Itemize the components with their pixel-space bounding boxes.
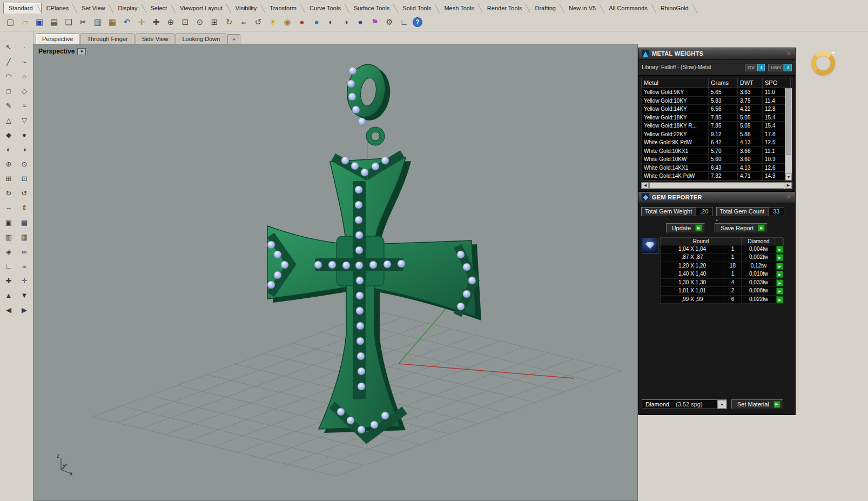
plane-tool-icon[interactable]: △ — [2, 113, 16, 127]
shaded-viewport-icon[interactable]: ◐ — [325, 16, 337, 28]
scrollbar-thumb[interactable] — [649, 183, 784, 189]
menu-item[interactable]: Set View — [77, 3, 113, 14]
save-report-button[interactable]: Save Report ▶ — [715, 223, 768, 233]
scroll-down-icon[interactable]: ▼ — [785, 173, 792, 181]
gem-row-apply-button[interactable]: ▶ — [776, 246, 783, 253]
pan-hand-icon[interactable]: ✛ — [136, 16, 147, 28]
vertical-scrollbar[interactable]: ▼ — [785, 88, 792, 181]
menu-item[interactable]: Curve Tools — [305, 3, 349, 14]
zoom-extents-icon[interactable]: ⊞ — [208, 16, 220, 28]
viewport[interactable]: z y x Perspective ▼ — [33, 44, 638, 501]
options-gear-icon[interactable]: ⚙ — [383, 16, 395, 28]
scroll-right-icon[interactable]: ▶ — [785, 183, 792, 189]
metal-row[interactable]: Yellow Gold:9KY 5.65 3.63 11.0 — [642, 88, 785, 97]
gem-row[interactable]: 1,40 X 1,40 1 0,010tw ▶ — [661, 270, 783, 279]
layer-tool-icon[interactable]: ▥ — [2, 230, 16, 244]
metal-row[interactable]: White Gold:10KX1 5.70 3.66 11.1 — [642, 147, 785, 156]
metal-row[interactable]: Yellow Gold:22KY 9.12 5.86 17.8 — [642, 130, 785, 139]
set-material-button[interactable]: Set Material ▶ — [731, 399, 783, 409]
user-toggle[interactable]: User I — [768, 64, 792, 71]
grid-tool-icon[interactable]: ▦ — [17, 230, 31, 244]
menu-item[interactable]: Drafting — [530, 3, 564, 14]
gem-row[interactable]: 1,01 X 1,01 2 0,008tw ▶ — [661, 287, 783, 296]
boolean-union-tool-icon[interactable]: ⊕ — [2, 157, 16, 171]
torus-tool-icon[interactable]: ∞ — [17, 244, 31, 258]
select-tool-icon[interactable]: ↖ — [2, 40, 16, 54]
scroll-left-icon[interactable]: ◀ — [642, 183, 649, 189]
metal-row[interactable]: Yellow Gold:10KY 5.83 3.75 11.4 — [642, 97, 785, 105]
menu-item[interactable]: Surface Tools — [349, 3, 398, 14]
offset-right-tool-icon[interactable]: ▶ — [17, 303, 31, 317]
rectangle-tool-icon[interactable]: □ — [2, 84, 16, 98]
open-file-icon[interactable]: ▱ — [19, 16, 31, 28]
scrollbar-thumb[interactable] — [786, 88, 791, 155]
cplane-icon[interactable]: ∟ — [398, 16, 410, 28]
chevron-down-icon[interactable]: ▼ — [717, 400, 726, 409]
extrude-up-tool-icon[interactable]: ▲ — [2, 288, 16, 302]
render-sphere-icon[interactable]: ● — [311, 16, 322, 28]
horizontal-scrollbar[interactable]: ◀ ▶ — [641, 182, 792, 189]
cplane-tool-icon[interactable]: ∟ — [2, 259, 16, 273]
copy-icon[interactable]: ▥ — [92, 16, 104, 28]
gem-row[interactable]: 1,30 X 1,30 4 0,033tw ▶ — [661, 279, 783, 288]
menu-item[interactable]: CPlanes — [42, 3, 77, 14]
gem-row-apply-button[interactable]: ▶ — [776, 279, 783, 286]
ghosted-viewport-icon[interactable]: ◑ — [340, 16, 352, 28]
viewport-title-menu[interactable]: Perspective ▼ — [38, 48, 86, 55]
paste-icon[interactable]: ▦ — [106, 16, 118, 28]
pan-view-icon[interactable]: ⇔ — [238, 16, 250, 28]
menu-item[interactable]: Standard — [3, 3, 42, 14]
curve-tool-icon[interactable]: ~ — [17, 55, 31, 69]
menu-item[interactable]: Render Tools — [482, 3, 530, 14]
gem-row[interactable]: 1,04 X 1,04 1 0,004tw ▶ — [661, 245, 783, 254]
collapse-handle-icon[interactable]: ▴ — [638, 217, 795, 223]
array-tool-icon[interactable]: ✚ — [2, 273, 16, 288]
menu-item[interactable]: Select — [146, 3, 176, 14]
metal-row[interactable]: Yellow Gold:14KY 6.56 4.22 12.8 — [642, 105, 785, 113]
chevron-down-icon[interactable]: ▼ — [77, 48, 86, 55]
layers-tool-icon[interactable]: ≡ — [17, 259, 31, 273]
menu-item[interactable]: RhinoGold — [656, 3, 697, 14]
arc-tool-icon[interactable]: ◠ — [2, 69, 16, 83]
menu-item[interactable]: All Commands — [604, 3, 656, 14]
close-icon[interactable]: ✕ — [784, 193, 792, 201]
sketch-tool-icon[interactable]: ✎ — [2, 98, 16, 112]
gem-row-apply-button[interactable]: ▶ — [776, 254, 783, 261]
gem-tool-icon[interactable]: ◈ — [2, 244, 16, 258]
rotate-3d-tool-icon[interactable]: ↺ — [17, 186, 31, 200]
close-icon[interactable]: ✕ — [784, 50, 792, 57]
undo-icon[interactable]: ↶ — [121, 16, 133, 28]
flag-icon[interactable]: ⚑ — [369, 16, 381, 28]
gem-row-apply-button[interactable]: ▶ — [776, 271, 783, 278]
material-dropdown[interactable]: Diamond (3,52 spg) ▼ — [642, 399, 727, 409]
shaded-tool-icon[interactable]: ◐ — [2, 142, 16, 156]
render-icon[interactable]: ● — [296, 16, 308, 28]
trim-tool-icon[interactable]: ⊡ — [17, 171, 31, 185]
gem-row[interactable]: ,99 X ,99 6 0,022tw ▶ — [661, 296, 783, 304]
extrude-down-tool-icon[interactable]: ▼ — [17, 288, 31, 302]
rotate-view-icon[interactable]: ↻ — [223, 16, 235, 28]
offset-left-tool-icon[interactable]: ◀ — [2, 303, 16, 317]
zoom-dynamic-icon[interactable]: ⊕ — [165, 16, 177, 28]
undo-view-icon[interactable]: ↺ — [252, 16, 264, 28]
gem-row[interactable]: 1,20 X 1,20 18 0,12tw ▶ — [661, 262, 783, 271]
metal-row[interactable]: Yellow Gold:18KY R... 7.85 5.05 15.4 — [642, 122, 785, 130]
metal-row[interactable]: White Gold:9K PdW 6.42 4.13 12.5 — [642, 138, 785, 147]
metal-row[interactable]: White Gold:14K PdW 7.32 4.71 14.3 — [642, 172, 785, 181]
boolean-intersect-tool-icon[interactable]: ⊙ — [17, 157, 31, 171]
gv-toggle[interactable]: GV I — [745, 64, 765, 71]
loft-tool-icon[interactable]: ▽ — [17, 113, 31, 127]
polygon-tool-icon[interactable]: ◇ — [17, 84, 31, 98]
zoom-selected-icon[interactable]: ⊙ — [194, 16, 206, 28]
menu-item[interactable]: Mesh Tools — [439, 3, 482, 14]
metal-row[interactable]: White Gold:10KW 5.60 3.60 10.9 — [642, 155, 785, 164]
hatch-tool-icon[interactable]: ▤ — [17, 215, 31, 229]
menu-item[interactable]: New in V5 — [564, 3, 604, 14]
print-icon[interactable]: ▤ — [48, 16, 60, 28]
new-document-icon[interactable]: ▢ — [4, 16, 16, 28]
orient-tool-icon[interactable]: ✛ — [17, 273, 31, 288]
cut-icon[interactable]: ✂ — [77, 16, 89, 28]
viewport-tab[interactable]: Through Finger — [80, 34, 134, 44]
menu-item[interactable]: Transform — [265, 3, 305, 14]
move-icon[interactable]: ✚ — [150, 16, 162, 28]
